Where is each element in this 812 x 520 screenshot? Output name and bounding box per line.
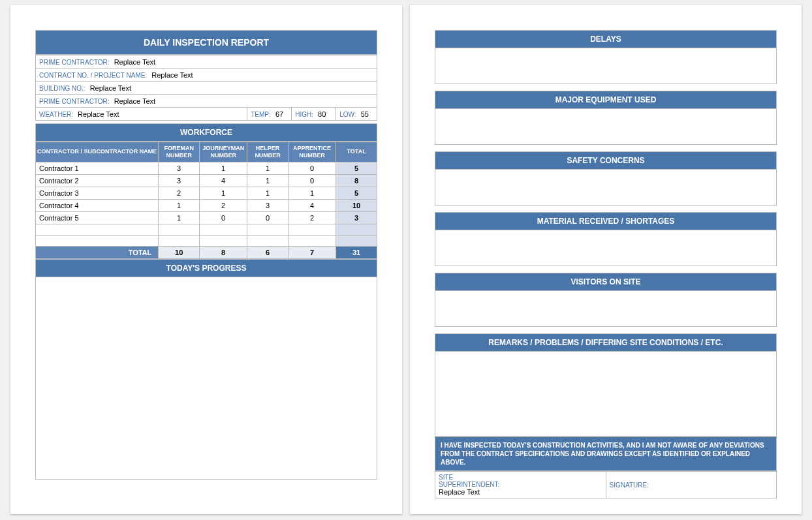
contract-label: CONTRACT NO. / PROJECT NAME: xyxy=(39,72,149,79)
page-1: DAILY INSPECTION REPORT PRIME CONTRACTOR… xyxy=(10,5,402,514)
material-area[interactable] xyxy=(435,230,777,266)
prime2-label: PRIME CONTRACTOR: xyxy=(39,98,112,105)
signature-label: SIGNATURE: xyxy=(610,482,649,489)
workforce-header: WORKFORCE xyxy=(35,123,377,142)
certification-text: I HAVE INSPECTED TODAY'S CONSTRUCTION AC… xyxy=(435,436,777,471)
totals-row: TOTAL 10 8 6 7 31 xyxy=(36,246,377,258)
table-row: Contractor 510023 xyxy=(36,211,377,224)
delays-area[interactable] xyxy=(435,48,777,84)
remarks-area[interactable] xyxy=(435,352,777,436)
high-value[interactable]: 80 xyxy=(318,110,326,118)
col-apprentice: APPRENTICE NUMBER xyxy=(289,142,336,162)
progress-area[interactable] xyxy=(35,277,377,480)
delays-header: DELAYS xyxy=(435,30,777,48)
table-row: Contractor 321115 xyxy=(36,187,377,199)
col-helper: HELPER NUMBER xyxy=(247,142,289,162)
table-row xyxy=(36,235,377,246)
safety-header: SAFETY CONCERNS xyxy=(435,151,777,170)
visitors-area[interactable] xyxy=(435,291,777,327)
table-row: Contractor 131105 xyxy=(36,162,377,174)
equipment-header: MAJOR EQUIPMENT USED xyxy=(435,91,777,109)
building-label: BUILDING NO.: xyxy=(39,85,88,92)
workforce-table: CONTRACTOR / SUBCONTRACTOR NAME FOREMAN … xyxy=(35,142,377,259)
weather-value[interactable]: Replace Text xyxy=(78,110,119,118)
remarks-header: REMARKS / PROBLEMS / DIFFERING SITE COND… xyxy=(435,333,777,352)
building-value[interactable]: Replace Text xyxy=(90,84,131,92)
col-foreman: FOREMAN NUMBER xyxy=(159,142,200,162)
page-2: DELAYS MAJOR EQUIPMENT USED SAFETY CONCE… xyxy=(410,5,802,514)
progress-header: TODAY'S PROGRESS xyxy=(35,259,377,277)
info-table: PRIME CONTRACTOR: Replace Text CONTRACT … xyxy=(35,55,377,121)
visitors-header: VISITORS ON SITE xyxy=(435,273,777,291)
prime1-value[interactable]: Replace Text xyxy=(114,58,155,66)
safety-area[interactable] xyxy=(435,170,777,206)
signature-table: SITE SUPERINTENDENT:Replace Text SIGNATU… xyxy=(435,471,777,498)
report-title: DAILY INSPECTION REPORT xyxy=(35,30,377,55)
temp-label: TEMP: xyxy=(251,111,273,118)
low-value[interactable]: 55 xyxy=(361,110,369,118)
superintendent-value[interactable]: Replace Text xyxy=(439,488,480,496)
low-label: LOW: xyxy=(339,111,358,118)
weather-label: WEATHER: xyxy=(39,111,76,118)
prime1-label: PRIME CONTRACTOR: xyxy=(39,59,112,66)
temp-value[interactable]: 67 xyxy=(275,110,283,118)
high-label: HIGH: xyxy=(295,111,316,118)
table-row: Contractor 4123410 xyxy=(36,199,377,211)
table-row: Contractor 234108 xyxy=(36,174,377,187)
prime2-value[interactable]: Replace Text xyxy=(114,97,155,105)
contract-value[interactable]: Replace Text xyxy=(151,71,193,79)
superintendent-label: SITE SUPERINTENDENT: xyxy=(439,474,602,488)
equipment-area[interactable] xyxy=(435,109,777,145)
material-header: MATERIAL RECEIVED / SHORTAGES xyxy=(435,212,777,230)
col-total: TOTAL xyxy=(336,142,377,162)
col-journeyman: JOURNEYMAN NUMBER xyxy=(200,142,247,162)
table-row xyxy=(36,224,377,235)
col-contractor: CONTRACTOR / SUBCONTRACTOR NAME xyxy=(36,142,159,162)
